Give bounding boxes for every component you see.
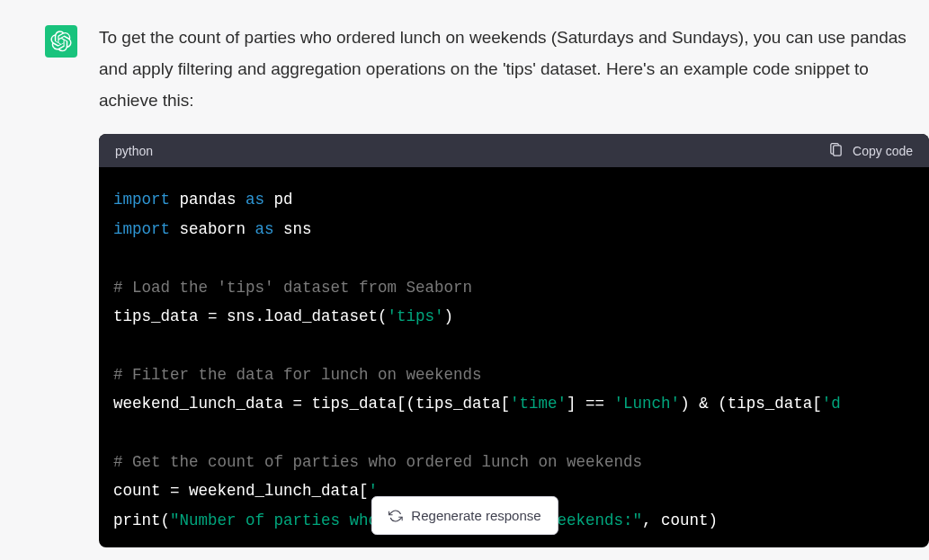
code-block: python Copy code import pandas as pd imp…	[99, 134, 929, 547]
copy-code-label: Copy code	[853, 144, 913, 158]
code-language-label: python	[115, 144, 153, 158]
regenerate-label: Regenerate response	[411, 508, 540, 523]
clipboard-icon	[828, 143, 844, 158]
svg-rect-0	[834, 146, 842, 156]
code-header: python Copy code	[99, 134, 929, 167]
refresh-icon	[388, 509, 402, 523]
code-content[interactable]: import pandas as pd import seaborn as sn…	[99, 167, 929, 547]
regenerate-response-button[interactable]: Regenerate response	[371, 496, 558, 535]
chatgpt-logo-icon	[50, 31, 72, 52]
assistant-message: To get the count of parties who ordered …	[0, 0, 929, 547]
message-body: To get the count of parties who ordered …	[99, 22, 929, 547]
assistant-avatar	[45, 25, 77, 58]
copy-code-button[interactable]: Copy code	[828, 143, 913, 158]
prose-text: To get the count of parties who ordered …	[99, 22, 929, 127]
